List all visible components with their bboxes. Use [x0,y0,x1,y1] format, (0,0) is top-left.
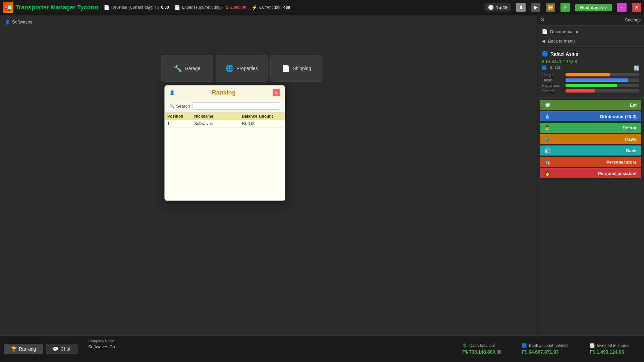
bank-balance-title: 🟦 Bank account balance: [522,343,570,348]
drink-label: Drink water (T$ 2) [553,114,637,119]
shipping-label: Shipping [293,66,311,71]
expense-label: Expense (current day): T$ [182,5,229,10]
ranking-tab-label: Ranking [19,346,36,352]
cheers-bar-bg [566,89,639,93]
revenue-label: Revenue (Current day): T$ [111,5,159,10]
main-content: 🔧 Garage 🌐 Properties 📄 Shipping 👤 Ranki… [0,15,537,335]
bank-balance-icon: 🟦 [522,343,527,348]
ranking-search-input[interactable] [193,102,280,110]
ranking-modal-header: 👤 Ranking x [165,85,285,100]
expense-icon: 📄 [174,5,180,10]
day-label: Current day: [259,5,281,10]
tab-chat[interactable]: 💬 Chat [46,344,77,354]
documentation-label: Documentation [550,29,579,34]
nav-card-shipping[interactable]: 📄 Shipping [270,55,322,82]
eat-label: Eat [553,103,637,108]
fast-button[interactable]: ⏩ [546,3,555,12]
top-bar: 🚛 Transporter Manager Tycoon 📄 Revenue (… [0,0,644,15]
pause-button[interactable]: ⏸ [516,3,526,12]
right-panel-header: ✕ Settings [537,15,644,25]
garage-label: Garage [185,66,201,71]
table-row: 1° Softwaves F$ 0,00 [165,120,285,128]
bottom-tabs: 🏆 Ranking 💬 Chat [0,336,82,362]
company-name-label: Company Name [88,339,116,343]
eat-button[interactable]: 🍽️ Eat [540,100,641,110]
cheers-bar-row: Cheers: [542,89,639,93]
player-cash: 🟦 T$ 0,00 🔄 [542,65,639,70]
documentation-link[interactable]: 📄 Documentation [537,27,644,36]
expense-stat: 📄 Expense (current day): T$ 2.000,00 [174,5,246,10]
play-button[interactable]: ▶ [531,3,540,12]
drink-button[interactable]: 💧 Drink water (T$ 2) [540,111,641,121]
next-day-button[interactable]: Next day >>> [575,4,612,11]
personal-assistant-button[interactable]: 👩 Personal assistant [540,168,641,178]
ranking-table-body: 1° Softwaves F$ 0,00 [165,120,285,200]
back-to-menu-label: Back to menu [548,39,575,44]
thirst-bar-row: Thirst: [542,78,639,82]
action-buttons: 🍽️ Eat 💧 Drink water (T$ 2) 👨‍⚕️ Doctor … [537,98,644,180]
cash-balance-title: 💲 Cash balance: [462,343,502,348]
game-title: 🚛 Transporter Manager Tycoon [3,2,98,13]
cash-balance-value: F$ 733.148.860,30 [462,349,502,355]
documentation-icon: 📄 [542,29,547,34]
balance-value: T$ 3.570.114,68 [545,59,577,64]
search-label: 🔍 Search [169,104,190,109]
search-icon: 🔍 [169,104,175,109]
day-icon: ⚡ [252,5,257,10]
doctor-label: Doctor [553,125,637,130]
nav-card-garage[interactable]: 🔧 Garage [161,55,213,82]
player-name-text: Rafael Assis [550,51,578,57]
check-button[interactable]: ✓ [560,3,570,12]
chat-tab-label: Chat [60,346,70,352]
cash-icon: 🟦 [542,65,547,70]
ranking-icon: 👤 [169,90,175,95]
balance-icon: $ [542,59,544,64]
close-top-button[interactable]: ✕ [632,3,641,12]
hunger-label: Hunger: [542,73,564,77]
settings-link[interactable]: Settings [625,17,641,22]
ranking-close-button[interactable]: x [273,89,280,96]
doctor-button[interactable]: 👨‍⚕️ Doctor [540,123,641,133]
revenue-icon: 📄 [104,5,109,10]
revenue-value: 0,00 [161,5,169,10]
nav-card-properties[interactable]: 🌐 Properties [216,55,268,82]
happiness-bar-row: Happiness: [542,83,639,87]
time-value: 16:49 [496,5,507,10]
search-label-text: Search [176,104,190,109]
player-avatar-icon: 🔵 [542,51,548,57]
cash-balance-label: Cash balance: [469,343,495,348]
minus-button[interactable]: − [617,3,627,12]
thirst-label: Thirst: [542,78,564,82]
hunger-bar-row: Hunger: [542,73,639,77]
back-icon: ◀ [542,38,545,44]
happiness-bar-bg [566,84,639,87]
nav-cards: 🔧 Garage 🌐 Properties 📄 Shipping [161,55,322,82]
bottom-info: 💲 Cash balance: F$ 733.148.860,30 🟦 Bank… [123,336,644,362]
tab-ranking[interactable]: 🏆 Ranking [4,344,43,354]
chat-tab-icon: 💬 [53,346,58,352]
cheers-label: Cheers: [542,89,564,93]
game-title-text: Transporter Manager Tycoon [15,4,98,11]
travel-label: Travel [553,137,637,142]
ranking-title: Ranking [175,89,273,96]
travel-button[interactable]: 🧳 Travel [540,134,641,144]
refresh-icon[interactable]: 🔄 [634,65,639,71]
back-to-menu-link[interactable]: ◀ Back to menu [537,36,644,46]
store-label: Personal store [553,160,637,165]
assistant-label: Personal assistant [553,171,637,176]
bank-balance-value: F$ 64.697.871,93 [522,349,570,355]
personal-store-button[interactable]: 🛍️ Personal store [540,157,641,167]
revenue-stat: 📄 Revenue (Current day): T$ 0,00 [104,5,169,10]
doctor-icon: 👨‍⚕️ [544,125,550,130]
invested-group: 📈 Invested in shares: F$ 1.493.124,03 [590,343,631,355]
hunger-bar-bg [566,73,639,76]
col-nickname: Nickname [194,114,242,119]
panel-close-button[interactable]: ✕ [540,17,545,23]
assistant-icon: 👩 [544,171,550,176]
bank-button[interactable]: 🏦 Bank [540,145,641,156]
thirst-bar-bg [566,78,639,82]
row-balance: F$ 0,00 [242,121,282,126]
cash-balance-icon: 💲 [462,343,467,348]
bank-balance-label: Bank account balance: [529,343,570,348]
cheers-bar-fill [566,89,595,93]
